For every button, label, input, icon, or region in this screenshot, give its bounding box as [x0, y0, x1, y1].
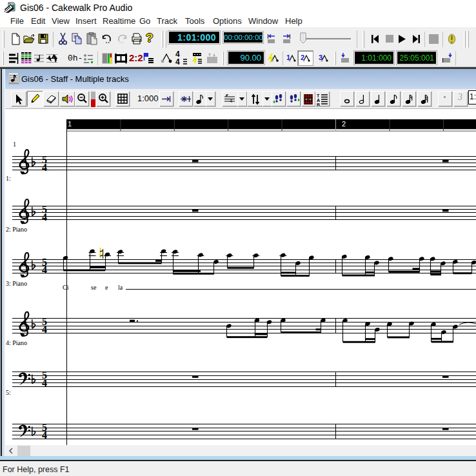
svg-text:T: T	[317, 94, 320, 98]
svg-text:A: A	[317, 98, 320, 103]
svg-text:4: 4	[230, 98, 232, 104]
svg-text:B: B	[317, 103, 320, 106]
